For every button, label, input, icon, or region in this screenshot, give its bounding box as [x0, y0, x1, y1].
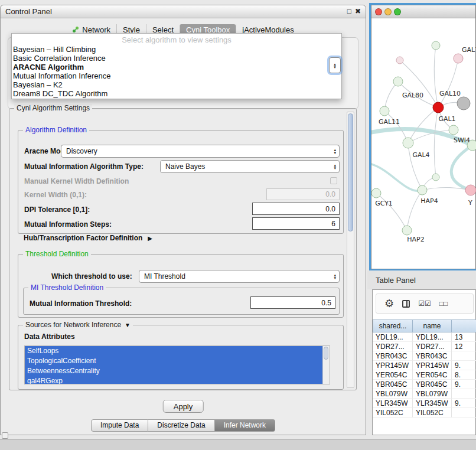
window-restore-icon[interactable]: [2, 432, 8, 439]
network-node-gal11[interactable]: [380, 106, 389, 116]
network-edge[interactable]: [408, 107, 438, 143]
expand-arrow-icon[interactable]: ▶: [148, 235, 152, 242]
aracne-mode-combo[interactable]: Discovery ▴ ▾: [61, 145, 340, 158]
network-node-y[interactable]: [465, 185, 476, 195]
collapse-arrow-icon[interactable]: ▼: [125, 322, 131, 328]
down-arrow-icon: ▾: [334, 167, 336, 169]
network-node[interactable]: [432, 41, 440, 50]
table-row[interactable]: YBR043CYBR043C: [373, 351, 476, 361]
hub-definition-section[interactable]: Hub/Transcription Factor Definition ▶: [24, 234, 152, 242]
settings-scrollbar[interactable]: [347, 112, 354, 388]
network-edge[interactable]: [400, 60, 438, 107]
table-settings-gear-icon[interactable]: ⚙: [384, 298, 394, 309]
table-cell: YBL079W: [373, 389, 413, 399]
network-edge[interactable]: [376, 193, 407, 230]
table-cell: YDL19...: [373, 332, 413, 342]
table-cell: YPR145W: [413, 361, 452, 370]
sources-group: Sources for Network Inference ▼ Data Att…: [18, 325, 344, 390]
settings-scrollbar-thumb[interactable]: [348, 113, 353, 231]
network-node[interactable]: [432, 174, 439, 181]
algorithm-option-bayesian-hill-climbing[interactable]: Bayesian – Hill Climbing: [12, 45, 341, 54]
table-cell: 8.: [452, 370, 476, 380]
network-node-gcy1[interactable]: [371, 188, 381, 198]
table-row[interactable]: YBL079WYBL079W: [373, 389, 476, 399]
attribute-gal4rgexp[interactable]: gal4RGexp: [25, 376, 330, 384]
network-edge[interactable]: [384, 111, 408, 143]
network-node-gal1[interactable]: [449, 125, 458, 135]
attribute-selfloops[interactable]: SelfLoops: [25, 346, 330, 356]
control-panel-window: Control Panel □ ✖ NetworkStyleSelectCyni…: [0, 5, 366, 435]
table-panel-window: ⚙ ☑☑ □□ shared...name YDL19...YDL19...13…: [372, 289, 476, 435]
algorithm-option-mutual-information-inference[interactable]: Mutual Information Inference: [12, 71, 341, 80]
column-header-shared[interactable]: shared...: [373, 319, 413, 332]
table-cell: YER054C: [373, 370, 413, 380]
network-edge[interactable]: [407, 190, 422, 230]
table-cell: 12: [452, 342, 476, 351]
attribute-betweennesscentrality[interactable]: BetweennessCentrality: [25, 366, 330, 376]
deselect-all-columns-icon[interactable]: □□: [439, 300, 448, 307]
float-window-icon[interactable]: □: [347, 7, 351, 15]
mi-algorithm-type-combo[interactable]: Naive Bayes ▴ ▾: [160, 160, 340, 173]
algorithm-option-aracne-algorithm[interactable]: ARACNE Algorithm: [12, 63, 341, 71]
network-edge-ribbon[interactable]: [451, 145, 472, 190]
node-label-hap4: HAP4: [420, 197, 438, 205]
network-canvas[interactable]: GAL7GAL80GAL10GAL11GAL1GAL4SWI4GCY1HAP4Y…: [371, 18, 476, 270]
table-row[interactable]: YDL19...YDL19...13: [373, 332, 476, 342]
network-edge[interactable]: [434, 107, 438, 177]
attribute-topologicalcoefficient[interactable]: TopologicalCoefficient: [25, 356, 330, 366]
table-panel-band: Table Panel: [367, 270, 476, 289]
mi-threshold-field[interactable]: [250, 296, 335, 309]
select-all-columns-icon[interactable]: ☑☑: [418, 300, 431, 307]
table-row[interactable]: YBR045CYBR045C9.: [373, 380, 476, 389]
kernel-width-field[interactable]: [266, 188, 340, 200]
column-header-col2[interactable]: [452, 319, 476, 332]
network-node-hap4[interactable]: [418, 185, 427, 195]
algorithm-combo-arrow-button[interactable]: ▴ ▾: [329, 57, 341, 73]
combo-arrows-icon: ▴ ▾: [334, 148, 336, 154]
mi-steps-field[interactable]: [252, 217, 340, 230]
network-edge[interactable]: [438, 58, 458, 107]
column-header-name[interactable]: name: [413, 319, 452, 332]
network-view-window: GAL7GAL80GAL10GAL11GAL1GAL4SWI4GCY1HAP4Y…: [371, 5, 476, 269]
algorithm-option-dream8-dc-tdc-algorithm[interactable]: Dream8 DC_TDC Algorithm: [12, 89, 341, 98]
manual-kernel-width-checkbox[interactable]: [330, 177, 337, 184]
network-edge-ribbon[interactable]: [371, 164, 422, 191]
apply-button[interactable]: Apply: [163, 400, 204, 413]
network-node-gal7[interactable]: [454, 54, 463, 63]
which-threshold-combo[interactable]: MI Threshold ▴ ▾: [139, 270, 340, 283]
attributes-scrollbar[interactable]: [322, 346, 330, 384]
table-cell: [452, 389, 476, 399]
table-row[interactable]: YDR27...YDR27...12: [373, 342, 476, 351]
control-panel-titlebar[interactable]: Control Panel □ ✖: [1, 5, 366, 18]
close-window-icon[interactable]: ✖: [355, 7, 361, 15]
algorithm-option-basic-correlation-inference[interactable]: Basic Correlation Inference: [12, 54, 341, 63]
bottom-tab-infer-network[interactable]: Infer Network: [215, 419, 275, 432]
dpi-tolerance-field[interactable]: [252, 203, 340, 215]
network-edge[interactable]: [408, 143, 422, 190]
aracne-mode-value: Discovery: [66, 147, 97, 155]
network-window-titlebar[interactable]: [371, 5, 475, 18]
table-row[interactable]: YLR345WYLR345W9.: [373, 399, 476, 408]
network-node-gal10[interactable]: [433, 102, 444, 113]
network-node[interactable]: [396, 57, 403, 64]
network-node-hap2[interactable]: [402, 226, 412, 235]
attributes-scrollbar-thumb[interactable]: [324, 347, 328, 360]
table-row[interactable]: YIL052CYIL052C: [373, 408, 476, 418]
threshold-definition-title: Threshold Definition: [23, 250, 91, 258]
column-selector-icon[interactable]: [402, 300, 410, 308]
bottom-tab-impute-data[interactable]: Impute Data: [91, 419, 148, 432]
network-node[interactable]: [457, 97, 470, 110]
network-edge[interactable]: [434, 45, 438, 107]
minimize-traffic-light-icon[interactable]: [384, 8, 392, 15]
zoom-traffic-light-icon[interactable]: [394, 8, 401, 15]
mi-algorithm-type-value: Naive Bayes: [165, 162, 205, 171]
table-row[interactable]: YPR145WYPR145W9.: [373, 361, 476, 370]
algorithm-option-bayesian-k2[interactable]: Bayesian – K2: [12, 80, 341, 89]
network-node-gal80[interactable]: [393, 77, 403, 86]
table-row[interactable]: YER054CYER054C8.: [373, 370, 476, 380]
data-attributes-list[interactable]: SelfLoopsTopologicalCoefficientBetweenne…: [24, 345, 330, 384]
bottom-tab-discretize-data[interactable]: Discretize Data: [148, 419, 214, 432]
network-node-gal4[interactable]: [403, 138, 413, 148]
kernel-width-label: Kernel Width (0,1):: [24, 191, 87, 199]
close-traffic-light-icon[interactable]: [375, 8, 382, 15]
